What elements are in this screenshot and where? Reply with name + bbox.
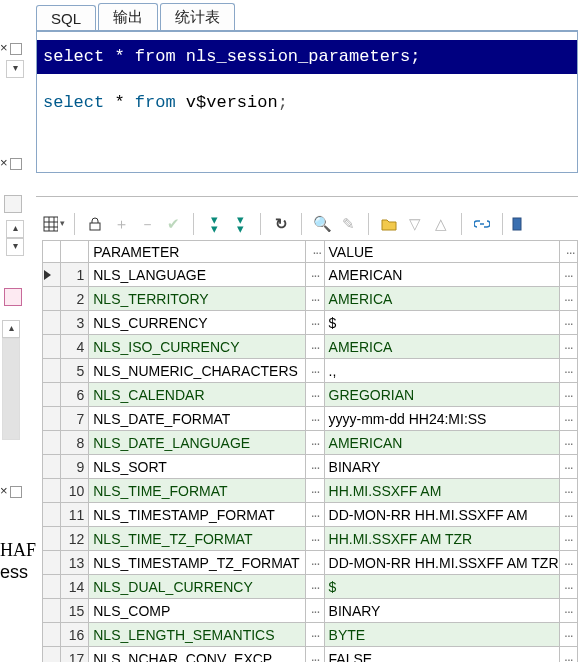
cell-value[interactable]: ., <box>324 359 559 383</box>
cell-ellipsis[interactable]: ··· <box>306 647 324 663</box>
cell-ellipsis[interactable]: ··· <box>306 407 324 431</box>
cell-ellipsis[interactable]: ··· <box>306 551 324 575</box>
table-row[interactable]: 12NLS_TIME_TZ_FORMAT···HH.MI.SSXFF AM TZ… <box>43 527 578 551</box>
link-button[interactable] <box>470 212 494 236</box>
cell-ellipsis[interactable]: ··· <box>559 263 577 287</box>
cell-ellipsis[interactable]: ··· <box>559 527 577 551</box>
cell-ellipsis[interactable]: ··· <box>306 311 324 335</box>
horizontal-splitter[interactable] <box>36 196 578 197</box>
find-button[interactable]: 🔍 <box>310 212 334 236</box>
cell-value[interactable]: FALSE <box>324 647 559 663</box>
scrollbar-track[interactable] <box>2 338 20 440</box>
scroll-down-icon-2[interactable]: ▾ <box>6 238 24 256</box>
cell-ellipsis[interactable]: ··· <box>559 359 577 383</box>
cell-ellipsis[interactable]: ··· <box>306 359 324 383</box>
cell-ellipsis[interactable]: ··· <box>559 551 577 575</box>
table-row[interactable]: 13NLS_TIMESTAMP_TZ_FORMAT···DD-MON-RR HH… <box>43 551 578 575</box>
cell-ellipsis[interactable]: ··· <box>306 431 324 455</box>
cell-parameter[interactable]: NLS_TERRITORY <box>89 287 306 311</box>
cell-value[interactable]: yyyy-mm-dd HH24:MI:SS <box>324 407 559 431</box>
cell-ellipsis[interactable]: ··· <box>559 623 577 647</box>
cell-ellipsis[interactable]: ··· <box>306 503 324 527</box>
table-row[interactable]: 17NLS_NCHAR_CONV_EXCP···FALSE··· <box>43 647 578 663</box>
cell-value[interactable]: BINARY <box>324 455 559 479</box>
cell-parameter[interactable]: NLS_LENGTH_SEMANTICS <box>89 623 306 647</box>
cell-ellipsis[interactable]: ··· <box>306 575 324 599</box>
cell-value[interactable]: AMERICAN <box>324 263 559 287</box>
cell-value[interactable]: AMERICAN <box>324 431 559 455</box>
panel-close-1[interactable]: × <box>0 40 22 55</box>
cell-ellipsis[interactable]: ··· <box>559 479 577 503</box>
scroll-up-icon-2[interactable]: ▴ <box>2 320 20 338</box>
cell-parameter[interactable]: NLS_SORT <box>89 455 306 479</box>
cell-ellipsis[interactable]: ··· <box>559 311 577 335</box>
cell-ellipsis[interactable]: ··· <box>306 599 324 623</box>
cell-parameter[interactable]: NLS_DATE_FORMAT <box>89 407 306 431</box>
panel-pink-icon[interactable] <box>4 288 22 306</box>
lock-button[interactable] <box>83 212 107 236</box>
cell-value[interactable]: $ <box>324 575 559 599</box>
add-row-button[interactable]: ＋ <box>109 212 133 236</box>
table-row[interactable]: 10NLS_TIME_FORMAT···HH.MI.SSXFF AM··· <box>43 479 578 503</box>
cell-ellipsis[interactable]: ··· <box>559 383 577 407</box>
cell-ellipsis[interactable]: ··· <box>559 455 577 479</box>
cell-parameter[interactable]: NLS_CURRENCY <box>89 311 306 335</box>
table-row[interactable]: 5NLS_NUMERIC_CHARACTERS···.,··· <box>43 359 578 383</box>
cell-ellipsis[interactable]: ··· <box>306 623 324 647</box>
cell-value[interactable]: HH.MI.SSXFF AM TZR <box>324 527 559 551</box>
header-value[interactable]: VALUE <box>324 241 559 263</box>
cell-parameter[interactable]: NLS_NUMERIC_CHARACTERS <box>89 359 306 383</box>
panel-close-2[interactable]: × <box>0 155 22 170</box>
cell-value[interactable]: AMERICA <box>324 335 559 359</box>
cell-ellipsis[interactable]: ··· <box>559 431 577 455</box>
delete-row-button[interactable]: － <box>135 212 159 236</box>
commit-button[interactable]: ✔ <box>161 212 185 236</box>
cell-ellipsis[interactable]: ··· <box>306 455 324 479</box>
fetch-page-button[interactable]: ▾▾ <box>202 212 226 236</box>
table-row[interactable]: 14NLS_DUAL_CURRENCY···$··· <box>43 575 578 599</box>
table-row[interactable]: 1NLS_LANGUAGE···AMERICAN··· <box>43 263 578 287</box>
cell-ellipsis[interactable]: ··· <box>306 263 324 287</box>
cell-ellipsis[interactable]: ··· <box>559 287 577 311</box>
tab-sql[interactable]: SQL <box>36 5 96 30</box>
more-button[interactable] <box>511 212 523 236</box>
grid-mode-button[interactable] <box>42 212 66 236</box>
header-rownum[interactable] <box>61 241 89 263</box>
cell-parameter[interactable]: NLS_ISO_CURRENCY <box>89 335 306 359</box>
scroll-down-icon[interactable]: ▾ <box>6 60 24 78</box>
cell-ellipsis[interactable]: ··· <box>559 575 577 599</box>
cell-value[interactable]: BINARY <box>324 599 559 623</box>
erase-button[interactable]: ✎ <box>336 212 360 236</box>
cell-ellipsis[interactable]: ··· <box>306 335 324 359</box>
cell-parameter[interactable]: NLS_TIME_FORMAT <box>89 479 306 503</box>
cell-ellipsis[interactable]: ··· <box>559 503 577 527</box>
table-row[interactable]: 4NLS_ISO_CURRENCY···AMERICA··· <box>43 335 578 359</box>
tab-stats[interactable]: 统计表 <box>160 3 235 30</box>
cell-parameter[interactable]: NLS_DATE_LANGUAGE <box>89 431 306 455</box>
cell-value[interactable]: GREGORIAN <box>324 383 559 407</box>
scrollbar-thumb[interactable] <box>3 339 19 439</box>
cell-ellipsis[interactable]: ··· <box>306 479 324 503</box>
table-row[interactable]: 3NLS_CURRENCY···$··· <box>43 311 578 335</box>
cell-parameter[interactable]: NLS_COMP <box>89 599 306 623</box>
cell-parameter[interactable]: NLS_TIME_TZ_FORMAT <box>89 527 306 551</box>
cell-value[interactable]: DD-MON-RR HH.MI.SSXFF AM <box>324 503 559 527</box>
panel-toggle-1[interactable] <box>4 195 22 213</box>
cell-ellipsis[interactable]: ··· <box>559 599 577 623</box>
cell-parameter[interactable]: NLS_TIMESTAMP_FORMAT <box>89 503 306 527</box>
table-row[interactable]: 15NLS_COMP···BINARY··· <box>43 599 578 623</box>
table-row[interactable]: 8NLS_DATE_LANGUAGE···AMERICAN··· <box>43 431 578 455</box>
sql-editor[interactable]: select * from nls_session_parameters; se… <box>36 32 578 173</box>
cell-ellipsis[interactable]: ··· <box>306 287 324 311</box>
header-parameter[interactable]: PARAMETER <box>89 241 306 263</box>
tab-output[interactable]: 输出 <box>98 3 158 30</box>
cell-value[interactable]: HH.MI.SSXFF AM <box>324 479 559 503</box>
sort-asc-button[interactable]: △ <box>429 212 453 236</box>
cell-parameter[interactable]: NLS_DUAL_CURRENCY <box>89 575 306 599</box>
header-ellipsis-2[interactable]: ··· <box>559 241 577 263</box>
table-row[interactable]: 6NLS_CALENDAR···GREGORIAN··· <box>43 383 578 407</box>
cell-value[interactable]: AMERICA <box>324 287 559 311</box>
sort-desc-button[interactable]: ▽ <box>403 212 427 236</box>
cell-value[interactable]: $ <box>324 311 559 335</box>
cell-parameter[interactable]: NLS_NCHAR_CONV_EXCP <box>89 647 306 663</box>
